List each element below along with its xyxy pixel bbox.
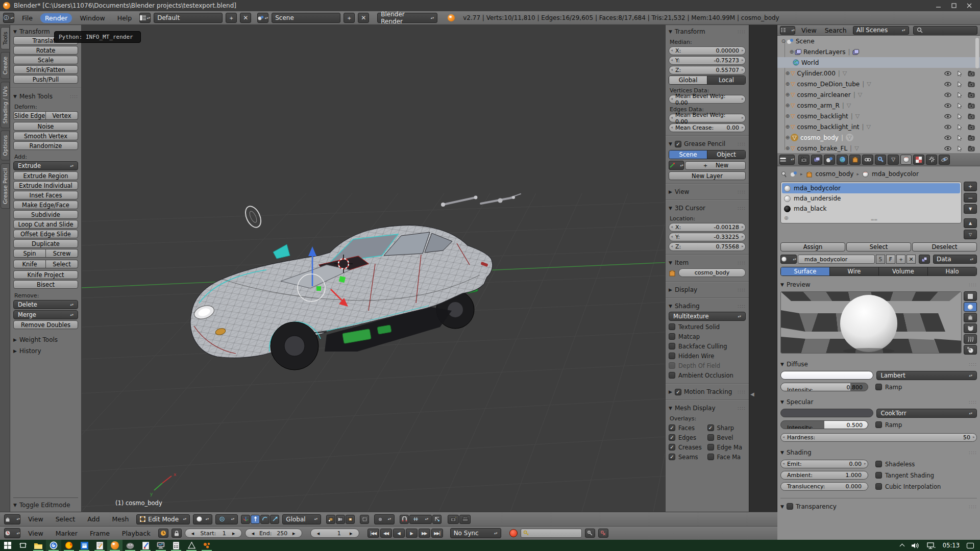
panel-transparency-header[interactable]: ▼✓Transparency:::: bbox=[780, 498, 977, 511]
expand-icon[interactable]: ⊕ bbox=[785, 70, 791, 76]
mean-bevel-weight-edges-field[interactable]: ◂Mean Bevel Weig: 0.00▸ bbox=[669, 114, 746, 122]
render-opengl-anim-button[interactable] bbox=[459, 515, 471, 524]
mesh-app-icon[interactable] bbox=[184, 540, 199, 551]
shrink-fatten-button[interactable]: Shrink/Fatten bbox=[13, 65, 78, 74]
visibility-eye-icon[interactable] bbox=[944, 103, 951, 109]
panel-diffuse-header[interactable]: ▼Diffuse:::: bbox=[780, 360, 977, 369]
modifiers-tab[interactable] bbox=[875, 155, 886, 165]
renderability-camera-icon[interactable] bbox=[968, 124, 975, 130]
deselect-button[interactable]: Deselect bbox=[912, 242, 977, 252]
cursor-x-field[interactable]: ◂X:-0.00128▸ bbox=[669, 223, 746, 232]
manipulator-translate-button[interactable] bbox=[251, 515, 260, 524]
face-mark-overlay-checkbox[interactable]: ✓ bbox=[707, 454, 714, 460]
faces-overlay-checkbox[interactable]: ✓ bbox=[669, 424, 675, 431]
sharp-overlay-checkbox[interactable]: ✓ bbox=[707, 424, 714, 431]
renderability-camera-icon[interactable] bbox=[968, 103, 975, 109]
knife-project-button[interactable]: Knife Project bbox=[13, 270, 78, 279]
sync-mode-dropdown[interactable]: No Sync▴▾ bbox=[450, 528, 501, 538]
paint-app-icon[interactable] bbox=[138, 540, 153, 551]
shadeless-checkbox[interactable]: ✓ bbox=[875, 461, 882, 467]
limit-selection-visible-button[interactable] bbox=[360, 515, 369, 524]
tl-menu-frame[interactable]: Frame bbox=[85, 529, 114, 538]
collapse-icon[interactable]: ⊙ bbox=[780, 38, 787, 44]
panel-weight-tools-header[interactable]: ▶Weight Tools bbox=[13, 335, 78, 344]
panel-display-header[interactable]: ▶Display:::: bbox=[669, 285, 746, 294]
menu-help[interactable]: Help bbox=[113, 13, 137, 23]
menu-render[interactable]: Render bbox=[40, 13, 72, 23]
material-slot[interactable]: mda_underside bbox=[782, 193, 960, 204]
panel-history-header[interactable]: ▶History bbox=[13, 346, 78, 356]
selectability-pointer-icon[interactable] bbox=[956, 92, 963, 98]
scale-button[interactable]: Scale bbox=[13, 56, 78, 64]
outliner-scope-dropdown[interactable]: All Scenes▴▾ bbox=[853, 26, 909, 35]
menu-window[interactable]: Window bbox=[75, 13, 109, 23]
previous-keyframe-button[interactable]: ◀◀ bbox=[380, 529, 392, 538]
cursor-y-field[interactable]: ◂Y:-0.33225▸ bbox=[669, 233, 746, 241]
manipulator-scale-button[interactable] bbox=[270, 515, 279, 524]
selectability-pointer-icon[interactable] bbox=[956, 124, 963, 130]
mode-dropdown[interactable]: Edit Mode▴▾ bbox=[136, 514, 190, 524]
panel-transform-header[interactable]: ▼Transform:::: bbox=[669, 27, 746, 36]
task-view-button[interactable] bbox=[15, 540, 31, 551]
proportional-edit-dropdown[interactable]: ▴▾ bbox=[374, 514, 395, 524]
visibility-eye-icon[interactable] bbox=[944, 70, 951, 77]
world-tab[interactable] bbox=[837, 155, 848, 165]
minimize-button[interactable] bbox=[931, 1, 946, 10]
scene-browse-icon[interactable]: ▴▾ bbox=[257, 13, 268, 23]
viewport-shading-dropdown[interactable]: ▴▾ bbox=[193, 514, 212, 524]
local-toggle[interactable]: Local bbox=[707, 76, 745, 84]
grease-pencil-checkbox[interactable]: ✓ bbox=[675, 141, 681, 147]
network-icon[interactable] bbox=[927, 542, 936, 549]
tab-options[interactable]: Options bbox=[1, 131, 10, 161]
outliner-row-object[interactable]: ⊕▽ cosmo_backlight_int|▽ bbox=[777, 121, 980, 132]
object-tab[interactable] bbox=[849, 155, 861, 165]
next-keyframe-button[interactable]: ▶▶ bbox=[419, 529, 430, 538]
make-edge-face-button[interactable]: Make Edge/Face bbox=[13, 201, 78, 209]
visibility-eye-icon[interactable] bbox=[944, 145, 951, 152]
end-frame-field[interactable]: ◂End:250▸ bbox=[245, 529, 302, 538]
tl-menu-playback[interactable]: Playback bbox=[117, 529, 155, 538]
matcap-checkbox[interactable]: ✓ bbox=[669, 333, 675, 340]
unlink-material-button[interactable]: ✕ bbox=[906, 255, 916, 264]
edge-select-button[interactable] bbox=[336, 515, 345, 524]
renderability-camera-icon[interactable] bbox=[968, 81, 975, 87]
gp-scene-tab[interactable]: Scene bbox=[669, 151, 707, 159]
merge-dropdown[interactable]: Merge▴▾ bbox=[13, 310, 78, 319]
halo-tab[interactable]: Halo bbox=[928, 267, 976, 276]
median-z-field[interactable]: ◂Z:0.55707▸ bbox=[669, 66, 746, 74]
v3d-menu-select[interactable]: Select bbox=[51, 514, 80, 524]
panel-preview-header[interactable]: ▼Preview:::: bbox=[780, 280, 977, 289]
visibility-eye-icon[interactable] bbox=[944, 113, 951, 119]
add-scene-button[interactable]: ＋ bbox=[344, 13, 355, 23]
expand-icon[interactable]: ⊕ bbox=[785, 113, 791, 119]
outliner-row-object[interactable]: ⊕▽ cosmo_backlight|▽ bbox=[777, 111, 980, 121]
diffuse-ramp-checkbox[interactable]: ✓ bbox=[875, 384, 882, 390]
panel-mesh-tools-header[interactable]: ▼Mesh Tools:::: bbox=[13, 92, 78, 101]
text-editor-icon[interactable] bbox=[92, 540, 107, 551]
selectability-pointer-icon[interactable] bbox=[956, 70, 963, 77]
ambient-occlusion-checkbox[interactable]: ✓ bbox=[669, 372, 675, 379]
snap-element-dropdown[interactable]: ▴▾ bbox=[409, 515, 432, 524]
jump-to-end-button[interactable]: ▶▶| bbox=[431, 529, 443, 538]
outliner-menu-search[interactable]: Search bbox=[823, 26, 849, 35]
gp-draw-mode-dropdown[interactable]: ▴▾ bbox=[669, 161, 684, 170]
editor-type-timeline-button[interactable]: ▴▾ bbox=[4, 528, 20, 538]
outliner-row-scene[interactable]: ⊙ Scene bbox=[777, 36, 980, 46]
slot-add-inline-icon[interactable]: ⊕ bbox=[784, 215, 789, 221]
v3d-menu-mesh[interactable]: Mesh bbox=[107, 514, 133, 524]
renderability-camera-icon[interactable] bbox=[968, 145, 975, 152]
constraints-tab[interactable] bbox=[862, 155, 873, 165]
tab-grease-pencil[interactable]: Grease Pencil bbox=[1, 163, 10, 209]
diffuse-intensity-slider[interactable]: Intensity:0.800 bbox=[780, 383, 868, 391]
browser-g-icon[interactable] bbox=[46, 540, 61, 551]
creases-overlay-checkbox[interactable]: ✓ bbox=[669, 444, 675, 450]
menu-file[interactable]: File bbox=[17, 13, 37, 23]
particles-tab[interactable] bbox=[926, 155, 937, 165]
keying-set-field[interactable] bbox=[521, 529, 582, 538]
snap-target-icon[interactable] bbox=[432, 515, 442, 524]
specular-shader-dropdown[interactable]: CookTorr▴▾ bbox=[876, 409, 977, 418]
screen-layout-field[interactable]: Default bbox=[154, 13, 223, 23]
expand-icon[interactable]: ⊕ bbox=[785, 135, 791, 140]
cursor-z-field[interactable]: ◂Z:0.75568▸ bbox=[669, 242, 746, 251]
start-button[interactable] bbox=[0, 540, 15, 551]
